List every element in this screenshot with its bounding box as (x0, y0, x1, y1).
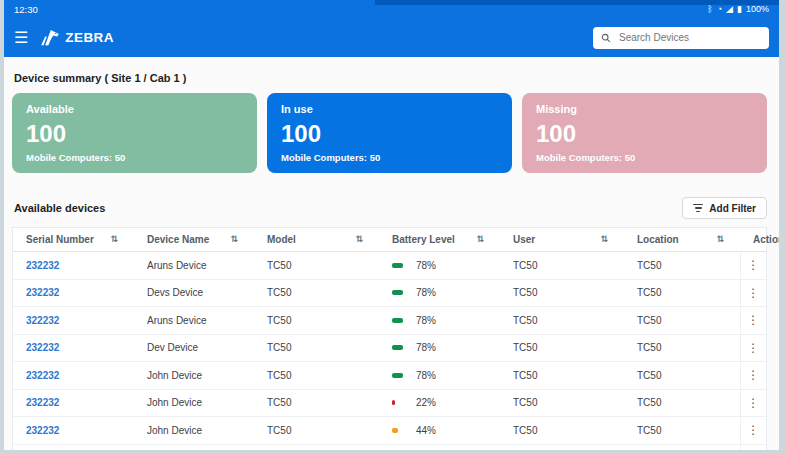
serial-number-link[interactable]: 232232 (26, 287, 59, 298)
model-cell: TC50 (254, 279, 379, 307)
row-actions-kebab-icon[interactable]: ⋮ (741, 395, 765, 411)
table-row: 322232 Aruns Device TC50 78% TC50 TC50 ⋮ (13, 307, 766, 335)
model-cell: TC50 (254, 252, 379, 280)
sort-icon[interactable]: ⇅ (230, 235, 238, 244)
column-header-model: Model⇅ (254, 228, 379, 252)
app-window: 12:30 ᛒ◔◢▮100% ☰ ZEBRA Device summary ( (4, 0, 779, 450)
column-header-location: Location⇅ (624, 228, 740, 252)
available-devices-title: Available devices (14, 202, 105, 214)
location-cell: TC50 (624, 444, 740, 450)
battery-level-cell: 78% (392, 287, 500, 298)
user-cell: TC50 (500, 444, 624, 450)
column-header-serial-number: Serial Number⇅ (13, 228, 134, 252)
serial-number-link[interactable]: 232232 (26, 260, 59, 271)
row-actions-kebab-icon[interactable]: ⋮ (741, 422, 765, 438)
sort-icon[interactable]: ⇅ (716, 235, 724, 244)
devices-header: Available devices Add Filter (14, 197, 767, 219)
card-subtext: Mobile Computers: 50 (281, 152, 498, 163)
location-cell: TC50 (624, 279, 740, 307)
model-cell: TC50 (254, 307, 379, 335)
sort-icon[interactable]: ⇅ (476, 235, 484, 244)
battery-icon: ▮ (737, 5, 742, 14)
status-bar-overlay (375, 0, 779, 5)
row-actions-kebab-icon[interactable]: ⋮ (741, 367, 765, 383)
battery-level-cell: 78% (392, 260, 500, 271)
user-cell: TC50 (500, 417, 624, 445)
battery-percent-text: 78% (416, 342, 436, 353)
column-label: User (513, 234, 535, 245)
summary-card[interactable]: In use 100 Mobile Computers: 50 (267, 93, 512, 173)
bluetooth-icon: ᛒ (707, 5, 712, 14)
devices-table: Serial Number⇅Device Name⇅Model⇅Battery … (13, 228, 766, 450)
device-name-cell: John Device (134, 444, 254, 450)
serial-number-link[interactable]: 232232 (26, 342, 59, 353)
table-row: 232232 John Device TC50 78% TC50 TC50 ⋮ (13, 362, 766, 390)
battery-bar-icon (392, 428, 398, 433)
column-label: Battery Level (392, 234, 455, 245)
column-label: Location (637, 234, 679, 245)
user-cell: TC50 (500, 307, 624, 335)
table-row: 232232 John Device TC50 44% TC50 TC50 ⋮ (13, 444, 766, 450)
sort-icon[interactable]: ⇅ (110, 235, 118, 244)
battery-percent: 100% (746, 4, 769, 14)
column-header-action: Action (740, 228, 766, 252)
column-header-battery-level: Battery Level⇅ (379, 228, 500, 252)
menu-icon[interactable]: ☰ (14, 30, 28, 46)
user-cell: TC50 (500, 252, 624, 280)
card-label: In use (281, 103, 498, 115)
table-row: 232232 John Device TC50 44% TC50 TC50 ⋮ (13, 417, 766, 445)
model-cell: TC50 (254, 362, 379, 390)
zebra-head-icon (40, 30, 60, 46)
add-filter-button[interactable]: Add Filter (682, 197, 767, 219)
device-name-cell: John Device (134, 417, 254, 445)
location-cell: TC50 (624, 362, 740, 390)
serial-number-link[interactable]: 232232 (26, 397, 59, 408)
column-header-user: User⇅ (500, 228, 624, 252)
column-label: Action (753, 234, 779, 245)
battery-level-cell: 22% (392, 397, 500, 408)
clock: 12:30 (14, 4, 38, 15)
card-label: Missing (536, 103, 753, 115)
summary-card[interactable]: Available 100 Mobile Computers: 50 (12, 93, 257, 173)
card-label: Available (26, 103, 243, 115)
zebra-logo: ZEBRA (40, 30, 114, 46)
location-cell: TC50 (624, 389, 740, 417)
column-label: Serial Number (26, 234, 94, 245)
add-filter-label: Add Filter (709, 203, 756, 214)
row-actions-kebab-icon[interactable]: ⋮ (741, 340, 765, 356)
battery-percent-text: 22% (416, 397, 436, 408)
signal-icon: ◢ (726, 5, 733, 14)
serial-number-link[interactable]: 322232 (26, 315, 59, 326)
location-cell: TC50 (624, 417, 740, 445)
sort-icon[interactable]: ⇅ (355, 235, 363, 244)
device-name-cell: John Device (134, 389, 254, 417)
sort-icon[interactable]: ⇅ (600, 235, 608, 244)
search-input[interactable] (617, 31, 761, 44)
table-row: 232232 Devs Device TC50 78% TC50 TC50 ⋮ (13, 279, 766, 307)
device-name-cell: Aruns Device (134, 252, 254, 280)
card-value: 100 (536, 122, 753, 146)
serial-number-link[interactable]: 232232 (26, 425, 59, 436)
battery-level-cell: 44% (392, 425, 500, 436)
battery-level-cell: 78% (392, 342, 500, 353)
model-cell: TC50 (254, 334, 379, 362)
search-box[interactable] (593, 27, 769, 49)
row-actions-kebab-icon[interactable]: ⋮ (741, 285, 765, 301)
battery-percent-text: 44% (416, 425, 436, 436)
serial-number-link[interactable]: 232232 (26, 370, 59, 381)
status-bar: 12:30 ᛒ◔◢▮100% (4, 0, 779, 18)
summary-card[interactable]: Missing 100 Mobile Computers: 50 (522, 93, 767, 173)
battery-percent-text: 78% (416, 370, 436, 381)
model-cell: TC50 (254, 444, 379, 450)
row-actions-kebab-icon[interactable]: ⋮ (741, 312, 765, 328)
row-actions-kebab-icon[interactable]: ⋮ (741, 257, 765, 273)
filter-icon (693, 204, 703, 212)
column-label: Device Name (147, 234, 209, 245)
card-value: 100 (281, 122, 498, 146)
app-bar: ☰ ZEBRA (4, 18, 779, 57)
model-cell: TC50 (254, 389, 379, 417)
location-cell: TC50 (624, 252, 740, 280)
battery-bar-icon (392, 290, 403, 295)
battery-bar-icon (392, 373, 403, 378)
user-cell: TC50 (500, 389, 624, 417)
